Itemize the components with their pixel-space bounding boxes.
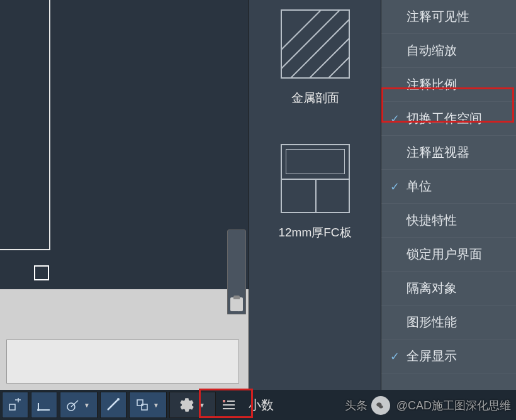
- list-icon: [222, 397, 237, 412]
- wechat-icon: [371, 396, 390, 415]
- menu-units[interactable]: 单位: [381, 170, 516, 204]
- grip-handle[interactable]: [34, 265, 49, 280]
- gear-icon: [179, 397, 195, 413]
- svg-line-8: [108, 399, 118, 410]
- svg-rect-12: [223, 400, 225, 402]
- osnap-button[interactable]: ▼: [129, 392, 167, 418]
- polar-tracking-button[interactable]: ▼: [60, 392, 98, 418]
- hatch-pattern-label: 金属剖面: [291, 90, 339, 106]
- svg-rect-0: [9, 404, 15, 410]
- scale-list-button[interactable]: [218, 392, 240, 418]
- statusbar-customize-menu: 注释可见性 自动缩放 注释比例 切换工作空间 注释监视器 单位 快捷特性 锁定用…: [381, 0, 516, 390]
- clipboard-icon: [230, 297, 243, 311]
- drawing-line: [0, 0, 50, 250]
- menu-annotation-monitor[interactable]: 注释监视器: [381, 136, 516, 170]
- menu-annotation-visibility[interactable]: 注释可见性: [381, 0, 516, 34]
- command-panel[interactable]: [0, 289, 249, 390]
- menu-switch-workspace[interactable]: 切换工作空间: [381, 102, 516, 136]
- grid-button[interactable]: [31, 392, 57, 418]
- dropdown-icon: ▼: [82, 402, 91, 409]
- hatch-preview-icon: [281, 9, 350, 79]
- hatch-pattern-fc[interactable]: 12mm厚FC板: [249, 144, 381, 241]
- dropdown-icon: ▼: [152, 402, 160, 409]
- watermark: 头条 @CAD施工图深化思维: [345, 396, 511, 415]
- hatch-palette: 金属剖面 12mm厚FC板: [249, 0, 381, 390]
- menu-isolate-objects[interactable]: 隔离对象: [381, 272, 516, 306]
- hatch-pattern-metal[interactable]: 金属剖面: [249, 9, 381, 106]
- fc-preview-icon: [281, 144, 350, 213]
- customize-button[interactable]: ▼: [169, 392, 216, 418]
- model-space-button[interactable]: [2, 392, 28, 418]
- units-display[interactable]: 小数: [241, 397, 281, 414]
- menu-fullscreen[interactable]: 全屏显示: [381, 340, 516, 373]
- menu-lock-ui[interactable]: 锁定用户界面: [381, 238, 516, 272]
- hatch-pattern-label: 12mm厚FC板: [278, 224, 351, 241]
- menu-auto-scale[interactable]: 自动缩放: [381, 34, 516, 68]
- dropdown-icon: ▼: [198, 402, 206, 409]
- menu-graphics-performance[interactable]: 图形性能: [381, 306, 516, 340]
- dynamic-input-button[interactable]: [100, 392, 126, 418]
- svg-point-9: [117, 398, 120, 401]
- xref-palette-tab[interactable]: 外部参照: [227, 229, 246, 314]
- menu-quick-properties[interactable]: 快捷特性: [381, 204, 516, 238]
- drawing-canvas[interactable]: 外部参照: [0, 0, 252, 327]
- menu-annotation-scale[interactable]: 注释比例: [381, 68, 516, 102]
- svg-point-5: [37, 409, 40, 411]
- command-input-area[interactable]: [6, 340, 239, 384]
